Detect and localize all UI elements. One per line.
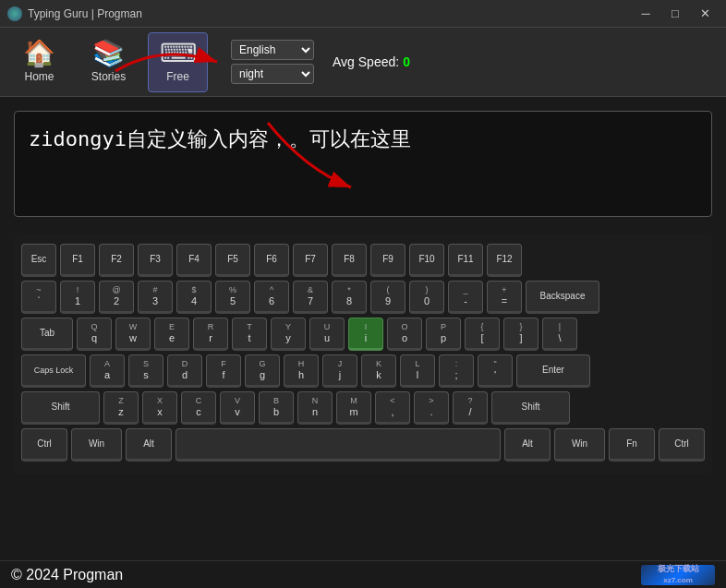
key-esc-label: Esc bbox=[31, 254, 47, 265]
key-9[interactable]: (9 bbox=[370, 281, 405, 314]
key-quote[interactable]: "' bbox=[478, 354, 513, 388]
key-caps-lock[interactable]: Caps Lock bbox=[21, 354, 86, 388]
key-f10[interactable]: F10 bbox=[409, 244, 444, 277]
key-backtick[interactable]: ~` bbox=[21, 281, 56, 314]
key-f[interactable]: Ff bbox=[206, 354, 241, 388]
key-t[interactable]: Tt bbox=[232, 318, 267, 351]
key-f4[interactable]: F4 bbox=[176, 244, 212, 277]
key-shift-right[interactable]: Shift bbox=[491, 391, 570, 425]
key-f6[interactable]: F6 bbox=[254, 244, 289, 277]
key-b[interactable]: Bb bbox=[259, 391, 294, 425]
app-icon bbox=[7, 6, 22, 21]
key-y[interactable]: Yy bbox=[271, 318, 306, 351]
key-minus[interactable]: _- bbox=[448, 281, 483, 314]
qwerty-key-row: Tab Qq Ww Ee Rr Tt Yy Uu Ii Oo Pp {[ }] … bbox=[21, 318, 705, 351]
key-1[interactable]: !1 bbox=[60, 281, 95, 314]
function-key-row: Esc F1 F2 F3 F4 F5 F6 F7 F8 F9 F10 F11 F… bbox=[21, 244, 705, 277]
key-m[interactable]: Mm bbox=[336, 391, 371, 425]
key-f7[interactable]: F7 bbox=[293, 244, 328, 277]
key-bracket-right[interactable]: }] bbox=[503, 318, 538, 351]
key-f11[interactable]: F11 bbox=[448, 244, 483, 277]
key-j[interactable]: Jj bbox=[322, 354, 357, 388]
arrow-to-free bbox=[106, 16, 226, 80]
home-icon: 🏠 bbox=[23, 41, 55, 66]
key-f12-label: F12 bbox=[496, 254, 512, 265]
key-f8[interactable]: F8 bbox=[332, 244, 367, 277]
key-f1[interactable]: F1 bbox=[60, 244, 95, 277]
language-select[interactable]: English Chinese Spanish bbox=[231, 40, 314, 60]
key-f12[interactable]: F12 bbox=[487, 244, 522, 277]
key-win-left[interactable]: Win bbox=[71, 428, 122, 462]
key-c[interactable]: Cc bbox=[181, 391, 216, 425]
key-alt-left[interactable]: Alt bbox=[126, 428, 172, 462]
key-4[interactable]: $4 bbox=[176, 281, 212, 314]
nav-bar: 🏠 Home 📚 Stories ⌨ Free English Chinese … bbox=[0, 28, 726, 97]
key-g[interactable]: Gg bbox=[245, 354, 280, 388]
key-a[interactable]: Aa bbox=[90, 354, 125, 388]
key-tab[interactable]: Tab bbox=[21, 318, 73, 351]
footer-badge: 极光下载站xz7.com bbox=[641, 565, 715, 585]
key-5[interactable]: %5 bbox=[215, 281, 250, 314]
close-button[interactable]: ✕ bbox=[691, 5, 719, 23]
key-l[interactable]: Ll bbox=[400, 354, 435, 388]
key-bracket-left[interactable]: {[ bbox=[465, 318, 500, 351]
key-x[interactable]: Xx bbox=[142, 391, 177, 425]
key-slash[interactable]: ?/ bbox=[453, 391, 488, 425]
key-fn[interactable]: Fn bbox=[609, 428, 655, 462]
key-f9[interactable]: F9 bbox=[370, 244, 405, 277]
key-q[interactable]: Qq bbox=[77, 318, 112, 351]
key-f2[interactable]: F2 bbox=[99, 244, 134, 277]
key-e[interactable]: Ee bbox=[154, 318, 189, 351]
key-7[interactable]: &7 bbox=[293, 281, 328, 314]
text-area-section bbox=[0, 97, 726, 230]
key-f10-label: F10 bbox=[418, 254, 434, 265]
key-p[interactable]: Pp bbox=[426, 318, 461, 351]
key-u[interactable]: Uu bbox=[309, 318, 345, 351]
key-d[interactable]: Dd bbox=[167, 354, 202, 388]
key-comma[interactable]: <, bbox=[375, 391, 410, 425]
key-win-right[interactable]: Win bbox=[554, 428, 605, 462]
key-semicolon[interactable]: :; bbox=[439, 354, 474, 388]
minimize-button[interactable]: ─ bbox=[632, 5, 659, 23]
key-6[interactable]: ^6 bbox=[254, 281, 289, 314]
nav-controls: English Chinese Spanish night day classi… bbox=[231, 40, 314, 84]
key-i[interactable]: Ii bbox=[348, 318, 383, 351]
key-alt-right[interactable]: Alt bbox=[504, 428, 551, 462]
key-enter[interactable]: Enter bbox=[516, 354, 590, 388]
key-space[interactable] bbox=[175, 428, 501, 462]
key-w[interactable]: Ww bbox=[115, 318, 151, 351]
keyboard: Esc F1 F2 F3 F4 F5 F6 F7 F8 F9 F10 F11 F… bbox=[14, 234, 712, 474]
typing-text-area[interactable] bbox=[14, 111, 712, 217]
nav-home-button[interactable]: 🏠 Home bbox=[9, 32, 69, 92]
key-period[interactable]: >. bbox=[414, 391, 449, 425]
key-k[interactable]: Kk bbox=[361, 354, 396, 388]
key-z[interactable]: Zz bbox=[103, 391, 139, 425]
key-esc[interactable]: Esc bbox=[21, 244, 56, 277]
key-3[interactable]: #3 bbox=[138, 281, 173, 314]
key-0[interactable]: )0 bbox=[409, 281, 444, 314]
keyboard-section: Esc F1 F2 F3 F4 F5 F6 F7 F8 F9 F10 F11 F… bbox=[0, 230, 726, 479]
key-n[interactable]: Nn bbox=[297, 391, 333, 425]
key-ctrl-right[interactable]: Ctrl bbox=[659, 428, 705, 462]
key-8[interactable]: *8 bbox=[332, 281, 367, 314]
bottom-key-row: Ctrl Win Alt Alt Win Fn Ctrl bbox=[21, 428, 705, 462]
asdf-key-row: Caps Lock Aa Ss Dd Ff Gg Hh Jj Kk Ll :; … bbox=[21, 354, 705, 388]
key-v[interactable]: Vv bbox=[220, 391, 255, 425]
key-f6-label: F6 bbox=[266, 254, 277, 265]
theme-select[interactable]: night day classic bbox=[231, 64, 314, 84]
key-r[interactable]: Rr bbox=[193, 318, 228, 351]
key-backslash[interactable]: |\ bbox=[542, 318, 577, 351]
key-2[interactable]: @2 bbox=[99, 281, 134, 314]
key-f5[interactable]: F5 bbox=[215, 244, 250, 277]
key-ctrl-left[interactable]: Ctrl bbox=[21, 428, 67, 462]
key-f3[interactable]: F3 bbox=[138, 244, 173, 277]
key-equals[interactable]: += bbox=[487, 281, 522, 314]
key-h[interactable]: Hh bbox=[284, 354, 319, 388]
maximize-button[interactable]: □ bbox=[661, 5, 689, 23]
key-shift-left[interactable]: Shift bbox=[21, 391, 100, 425]
home-label: Home bbox=[24, 70, 54, 83]
key-s[interactable]: Ss bbox=[128, 354, 163, 388]
key-backspace[interactable]: Backspace bbox=[526, 281, 599, 314]
key-o[interactable]: Oo bbox=[387, 318, 422, 351]
number-key-row: ~` !1 @2 #3 $4 %5 ^6 &7 *8 (9 )0 _- += B… bbox=[21, 281, 705, 314]
